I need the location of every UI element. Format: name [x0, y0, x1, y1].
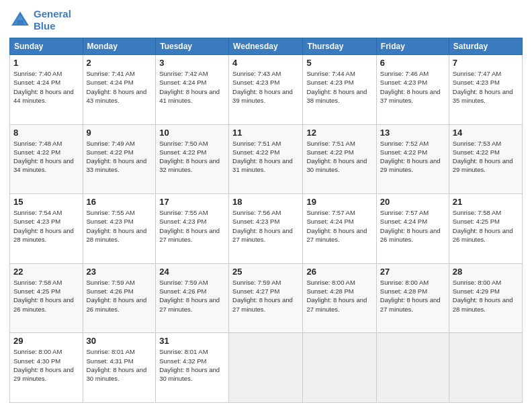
column-header-friday: Friday [376, 38, 449, 55]
day-number: 31 [159, 336, 225, 346]
day-number: 10 [159, 128, 225, 138]
calendar-day-cell [449, 333, 522, 403]
day-info: Sunrise: 7:59 AMSunset: 4:27 PMDaylight:… [232, 278, 299, 314]
day-info: Sunrise: 7:58 AMSunset: 4:25 PMDaylight:… [13, 278, 79, 314]
calendar-day-cell: 25Sunrise: 7:59 AMSunset: 4:27 PMDayligh… [229, 263, 303, 333]
day-info: Sunrise: 7:46 AMSunset: 4:23 PMDaylight:… [380, 69, 445, 105]
day-number: 9 [87, 128, 152, 138]
day-info: Sunrise: 8:01 AMSunset: 4:32 PMDaylight:… [159, 347, 225, 383]
calendar-day-cell: 21Sunrise: 7:58 AMSunset: 4:25 PMDayligh… [449, 194, 522, 264]
calendar-day-cell: 15Sunrise: 7:54 AMSunset: 4:23 PMDayligh… [10, 194, 83, 264]
calendar-day-cell: 23Sunrise: 7:59 AMSunset: 4:26 PMDayligh… [83, 263, 156, 333]
day-info: Sunrise: 7:59 AMSunset: 4:26 PMDaylight:… [159, 278, 225, 314]
day-number: 24 [159, 267, 225, 277]
calendar-day-cell: 10Sunrise: 7:50 AMSunset: 4:22 PMDayligh… [156, 124, 229, 194]
column-header-monday: Monday [83, 38, 156, 55]
day-info: Sunrise: 7:54 AMSunset: 4:23 PMDaylight:… [13, 208, 79, 244]
calendar-day-cell: 3Sunrise: 7:42 AMSunset: 4:24 PMDaylight… [156, 55, 229, 125]
day-number: 2 [87, 58, 152, 68]
calendar-day-cell [376, 333, 449, 403]
day-info: Sunrise: 7:51 AMSunset: 4:22 PMDaylight:… [232, 139, 299, 175]
day-info: Sunrise: 8:00 AMSunset: 4:28 PMDaylight:… [380, 278, 445, 314]
day-number: 11 [232, 128, 299, 138]
day-number: 27 [380, 267, 445, 277]
calendar-day-cell: 13Sunrise: 7:52 AMSunset: 4:22 PMDayligh… [376, 124, 449, 194]
calendar-day-cell: 18Sunrise: 7:56 AMSunset: 4:23 PMDayligh… [229, 194, 303, 264]
day-number: 26 [306, 267, 372, 277]
day-info: Sunrise: 7:41 AMSunset: 4:24 PMDaylight:… [87, 69, 152, 105]
calendar-day-cell: 26Sunrise: 8:00 AMSunset: 4:28 PMDayligh… [303, 263, 376, 333]
calendar-day-cell: 11Sunrise: 7:51 AMSunset: 4:22 PMDayligh… [229, 124, 303, 194]
day-number: 22 [13, 267, 79, 277]
page: General Blue SundayMondayTuesdayWednesda… [0, 0, 532, 411]
day-number: 23 [87, 267, 152, 277]
calendar-day-cell: 1Sunrise: 7:40 AMSunset: 4:24 PMDaylight… [10, 55, 83, 125]
column-header-wednesday: Wednesday [229, 38, 303, 55]
day-info: Sunrise: 7:40 AMSunset: 4:24 PMDaylight:… [13, 69, 79, 105]
day-number: 12 [306, 128, 372, 138]
day-info: Sunrise: 7:59 AMSunset: 4:26 PMDaylight:… [87, 278, 152, 314]
calendar-day-cell: 31Sunrise: 8:01 AMSunset: 4:32 PMDayligh… [156, 333, 229, 403]
day-info: Sunrise: 7:47 AMSunset: 4:23 PMDaylight:… [453, 69, 519, 105]
day-number: 4 [232, 58, 299, 68]
day-info: Sunrise: 7:43 AMSunset: 4:23 PMDaylight:… [232, 69, 299, 105]
day-info: Sunrise: 7:50 AMSunset: 4:22 PMDaylight:… [159, 139, 225, 175]
day-info: Sunrise: 7:55 AMSunset: 4:23 PMDaylight:… [159, 208, 225, 244]
calendar-day-cell [303, 333, 376, 403]
calendar-day-cell: 14Sunrise: 7:53 AMSunset: 4:22 PMDayligh… [449, 124, 522, 194]
day-number: 30 [87, 336, 152, 346]
day-number: 16 [87, 197, 152, 207]
logo-icon [9, 9, 31, 31]
calendar-day-cell: 19Sunrise: 7:57 AMSunset: 4:24 PMDayligh… [303, 194, 376, 264]
day-number: 20 [380, 197, 445, 207]
day-number: 25 [232, 267, 299, 277]
day-number: 6 [380, 58, 445, 68]
header: General Blue [9, 8, 523, 32]
calendar-day-cell: 12Sunrise: 7:51 AMSunset: 4:22 PMDayligh… [303, 124, 376, 194]
day-info: Sunrise: 7:56 AMSunset: 4:23 PMDaylight:… [232, 208, 299, 244]
calendar-day-cell: 6Sunrise: 7:46 AMSunset: 4:23 PMDaylight… [376, 55, 449, 125]
calendar-week-row: 15Sunrise: 7:54 AMSunset: 4:23 PMDayligh… [10, 194, 523, 264]
calendar-day-cell: 22Sunrise: 7:58 AMSunset: 4:25 PMDayligh… [10, 263, 83, 333]
svg-rect-2 [17, 20, 24, 26]
logo: General Blue [9, 8, 71, 32]
day-number: 21 [453, 197, 519, 207]
day-number: 13 [380, 128, 445, 138]
day-number: 3 [159, 58, 225, 68]
day-info: Sunrise: 7:44 AMSunset: 4:23 PMDaylight:… [306, 69, 372, 105]
calendar-week-row: 22Sunrise: 7:58 AMSunset: 4:25 PMDayligh… [10, 263, 523, 333]
calendar-day-cell: 7Sunrise: 7:47 AMSunset: 4:23 PMDaylight… [449, 55, 522, 125]
day-number: 17 [159, 197, 225, 207]
calendar-day-cell: 20Sunrise: 7:57 AMSunset: 4:24 PMDayligh… [376, 194, 449, 264]
day-number: 19 [306, 197, 372, 207]
calendar-day-cell: 27Sunrise: 8:00 AMSunset: 4:28 PMDayligh… [376, 263, 449, 333]
calendar-day-cell: 4Sunrise: 7:43 AMSunset: 4:23 PMDaylight… [229, 55, 303, 125]
calendar-week-row: 8Sunrise: 7:48 AMSunset: 4:22 PMDaylight… [10, 124, 523, 194]
column-header-saturday: Saturday [449, 38, 522, 55]
column-header-sunday: Sunday [10, 38, 83, 55]
calendar-day-cell: 9Sunrise: 7:49 AMSunset: 4:22 PMDaylight… [83, 124, 156, 194]
day-number: 1 [13, 58, 79, 68]
calendar-day-cell: 2Sunrise: 7:41 AMSunset: 4:24 PMDaylight… [83, 55, 156, 125]
calendar-header-row: SundayMondayTuesdayWednesdayThursdayFrid… [10, 38, 523, 55]
day-info: Sunrise: 7:53 AMSunset: 4:22 PMDaylight:… [453, 139, 519, 175]
day-info: Sunrise: 7:58 AMSunset: 4:25 PMDaylight:… [453, 208, 519, 244]
day-info: Sunrise: 7:42 AMSunset: 4:24 PMDaylight:… [159, 69, 225, 105]
day-info: Sunrise: 7:52 AMSunset: 4:22 PMDaylight:… [380, 139, 445, 175]
calendar-week-row: 1Sunrise: 7:40 AMSunset: 4:24 PMDaylight… [10, 55, 523, 125]
calendar-day-cell: 16Sunrise: 7:55 AMSunset: 4:23 PMDayligh… [83, 194, 156, 264]
day-number: 14 [453, 128, 519, 138]
day-number: 18 [232, 197, 299, 207]
day-number: 28 [453, 267, 519, 277]
calendar-day-cell [229, 333, 303, 403]
day-number: 15 [13, 197, 79, 207]
day-info: Sunrise: 7:49 AMSunset: 4:22 PMDaylight:… [87, 139, 152, 175]
day-info: Sunrise: 8:00 AMSunset: 4:28 PMDaylight:… [306, 278, 372, 314]
day-number: 29 [13, 336, 79, 346]
calendar-day-cell: 5Sunrise: 7:44 AMSunset: 4:23 PMDaylight… [303, 55, 376, 125]
calendar-day-cell: 28Sunrise: 8:00 AMSunset: 4:29 PMDayligh… [449, 263, 522, 333]
day-info: Sunrise: 7:48 AMSunset: 4:22 PMDaylight:… [13, 139, 79, 175]
calendar-day-cell: 17Sunrise: 7:55 AMSunset: 4:23 PMDayligh… [156, 194, 229, 264]
day-number: 8 [13, 128, 79, 138]
calendar-table: SundayMondayTuesdayWednesdayThursdayFrid… [9, 38, 523, 403]
